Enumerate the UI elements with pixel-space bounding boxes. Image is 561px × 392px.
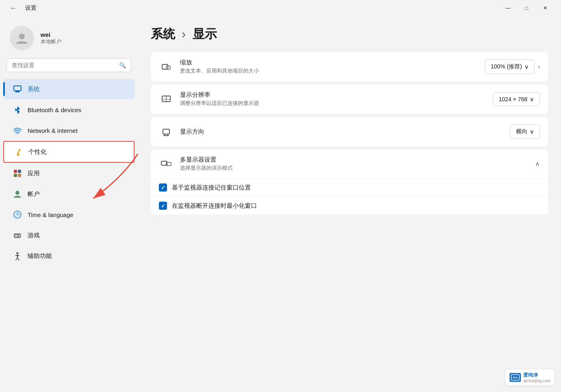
sidebar-item-label-accessibility: 辅助功能 [28, 252, 52, 260]
sidebar-item-apps[interactable]: 应用 [3, 163, 135, 183]
resolution-dropdown[interactable]: 1024 × 768 ∨ [493, 92, 540, 106]
resolution-info: 显示分辨率 调整分辨率以适应已连接的显示器 [180, 91, 486, 107]
scale-info: 缩放 更改文本、应用和其他项目的大小 [180, 59, 478, 75]
search-box: 🔍 [6, 58, 131, 72]
orientation-info: 显示方向 [180, 128, 503, 136]
back-button[interactable]: ← [6, 2, 20, 14]
sidebar-item-label-system: 系统 [28, 85, 40, 93]
sidebar: wei 本地帐户 🔍 系统 [0, 16, 138, 392]
multi-display-chevron[interactable]: ∧ [535, 160, 540, 168]
sidebar-item-label-gaming: 游戏 [28, 232, 40, 239]
scale-icon [159, 60, 173, 74]
multi-display-info: 多显示器设置 选择显示器的演示模式 [180, 156, 529, 172]
multi-display-title: 多显示器设置 [180, 156, 529, 164]
breadcrumb-separator: › [182, 27, 189, 40]
svg-point-17 [19, 235, 19, 236]
orientation-control: 横向 ∨ [510, 124, 540, 139]
resolution-title: 显示分辨率 [180, 91, 486, 99]
system-icon [13, 85, 22, 94]
checkbox-label-remember: 基于监视器连接记住窗口位置 [172, 184, 251, 192]
sidebar-item-network[interactable]: Network & internet [3, 120, 135, 141]
svg-point-18 [19, 236, 20, 236]
svg-rect-9 [14, 174, 17, 177]
sidebar-item-accounts[interactable]: 帐户 [3, 184, 135, 204]
user-profile: wei 本地帐户 [0, 16, 138, 58]
user-info: wei 本地帐户 [41, 31, 62, 45]
gaming-icon [13, 231, 22, 240]
scale-title: 缩放 [180, 59, 478, 66]
content-area: 系统 › 显示 缩放 更改文本、应用和其他项目的大小 [138, 16, 561, 392]
network-icon [13, 126, 22, 135]
orientation-row: 显示方向 横向 ∨ [151, 117, 548, 146]
sidebar-item-label-network: Network & internet [28, 127, 77, 134]
svg-rect-2 [16, 91, 19, 92]
page-heading: 系统 › 显示 [151, 26, 548, 43]
multi-display-header[interactable]: 多显示器设置 选择显示器的演示模式 ∧ [151, 149, 548, 178]
minimize-button[interactable]: — [499, 2, 517, 15]
svg-point-19 [17, 252, 19, 254]
svg-rect-1 [14, 86, 21, 91]
window-controls: — □ ✕ [499, 2, 555, 15]
multi-display-desc: 选择显示器的演示模式 [180, 164, 529, 172]
svg-rect-7 [14, 170, 17, 173]
search-input[interactable] [12, 62, 116, 68]
checkbox-row-remember: 基于监视器连接记住窗口位置 [151, 178, 548, 196]
svg-point-6 [17, 153, 19, 156]
apps-icon [13, 169, 22, 178]
accessibility-icon [13, 251, 22, 260]
personalization-icon [14, 147, 23, 156]
avatar [10, 26, 34, 50]
checkbox-minimize-on-disconnect[interactable] [159, 202, 167, 210]
accounts-icon [13, 190, 22, 198]
resolution-card: 显示分辨率 调整分辨率以适应已连接的显示器 1024 × 768 ∨ [151, 85, 548, 114]
breadcrumb: 系统 [151, 27, 175, 40]
time-icon [13, 210, 22, 219]
svg-rect-16 [15, 236, 17, 236]
svg-rect-3 [15, 92, 20, 92]
svg-rect-8 [18, 170, 21, 173]
multi-display-card: 多显示器设置 选择显示器的演示模式 ∧ 基于监视器连接记住窗口位置 在监视器断开… [151, 149, 548, 215]
user-name: wei [41, 31, 62, 38]
svg-point-0 [19, 34, 25, 39]
sidebar-item-accessibility[interactable]: 辅助功能 [3, 246, 135, 266]
sidebar-item-gaming[interactable]: 游戏 [3, 225, 135, 245]
sidebar-item-label-personalization: 个性化 [28, 148, 47, 156]
svg-point-4 [17, 133, 18, 134]
sidebar-item-personalization[interactable]: 个性化 [3, 141, 135, 163]
sidebar-item-system[interactable]: 系统 [3, 79, 135, 99]
bluetooth-icon [13, 105, 22, 114]
svg-rect-5 [17, 149, 21, 154]
checkbox-row-minimize: 在监视器断开连接时最小化窗口 [151, 196, 548, 215]
chevron-down-icon: ∨ [525, 64, 529, 70]
sidebar-item-label-time: Time & language [28, 211, 73, 218]
svg-rect-33 [511, 375, 519, 380]
scale-dropdown[interactable]: 100% (推荐) ∨ [485, 60, 535, 74]
sidebar-nav: 系统 Bluetooth & devices [0, 79, 138, 266]
orientation-icon [159, 124, 173, 139]
orientation-dropdown[interactable]: 横向 ∨ [510, 124, 540, 139]
resolution-control: 1024 × 768 ∨ [493, 92, 540, 106]
sidebar-item-bluetooth[interactable]: Bluetooth & devices [3, 100, 135, 120]
main-container: wei 本地帐户 🔍 系统 [0, 16, 561, 392]
checkbox-remember-window[interactable] [159, 183, 167, 192]
window-title: 设置 [25, 4, 36, 12]
svg-rect-29 [163, 129, 169, 134]
watermark-text: 爱纯净 aichunjing.com [523, 372, 550, 383]
checkbox-label-minimize: 在监视器断开连接时最小化窗口 [172, 202, 257, 210]
resolution-icon [159, 92, 173, 107]
svg-line-23 [17, 258, 19, 260]
page-title: 显示 [193, 27, 217, 40]
scale-row: 缩放 更改文本、应用和其他项目的大小 100% (推荐) ∨ › [151, 52, 548, 81]
svg-rect-10 [18, 174, 21, 177]
close-button[interactable]: ✕ [536, 2, 555, 15]
sidebar-item-time[interactable]: Time & language [3, 205, 135, 225]
chevron-down-icon: ∨ [530, 128, 534, 135]
sidebar-item-label-bluetooth: Bluetooth & devices [28, 107, 81, 113]
orientation-title: 显示方向 [180, 128, 503, 136]
title-bar: ← 设置 — □ ✕ [0, 0, 561, 16]
scale-chevron-right[interactable]: › [538, 63, 540, 70]
sidebar-item-label-accounts: 帐户 [28, 190, 40, 198]
scale-control: 100% (推荐) ∨ › [485, 60, 540, 74]
maximize-button[interactable]: □ [517, 2, 536, 15]
watermark: 爱纯净 aichunjing.com [505, 369, 555, 386]
